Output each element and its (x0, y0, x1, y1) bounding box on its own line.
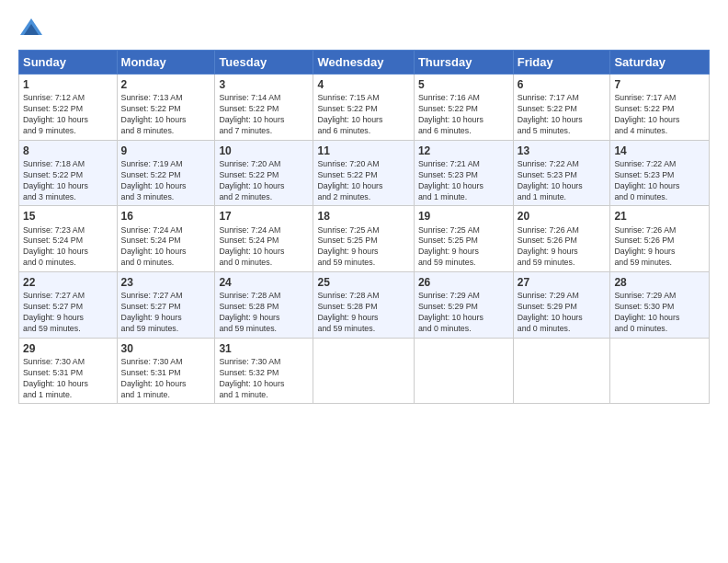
weekday-header-row: SundayMondayTuesdayWednesdayThursdayFrid… (19, 51, 710, 75)
week-row-4: 22Sunrise: 7:27 AM Sunset: 5:27 PM Dayli… (19, 272, 710, 339)
calendar-cell (313, 338, 414, 404)
week-row-2: 8Sunrise: 7:18 AM Sunset: 5:22 PM Daylig… (19, 140, 710, 206)
calendar-cell: 14Sunrise: 7:22 AM Sunset: 5:23 PM Dayli… (610, 140, 710, 206)
logo (18, 17, 48, 42)
calendar-cell: 20Sunrise: 7:26 AM Sunset: 5:26 PM Dayli… (513, 206, 610, 272)
day-number: 25 (317, 275, 409, 290)
calendar-cell: 31Sunrise: 7:30 AM Sunset: 5:32 PM Dayli… (215, 338, 313, 404)
day-number: 2 (121, 77, 211, 92)
calendar-cell: 30Sunrise: 7:30 AM Sunset: 5:31 PM Dayli… (117, 338, 215, 404)
day-number: 31 (219, 341, 309, 356)
day-info: Sunrise: 7:23 AM Sunset: 5:24 PM Dayligh… (23, 225, 113, 270)
header (18, 17, 710, 42)
day-number: 23 (121, 275, 211, 290)
day-info: Sunrise: 7:24 AM Sunset: 5:24 PM Dayligh… (219, 225, 309, 270)
calendar-cell: 13Sunrise: 7:22 AM Sunset: 5:23 PM Dayli… (513, 140, 610, 206)
day-info: Sunrise: 7:17 AM Sunset: 5:22 PM Dayligh… (518, 93, 607, 137)
day-number: 29 (23, 341, 113, 356)
day-info: Sunrise: 7:29 AM Sunset: 5:29 PM Dayligh… (518, 291, 607, 335)
calendar-cell: 8Sunrise: 7:18 AM Sunset: 5:22 PM Daylig… (19, 140, 118, 206)
day-info: Sunrise: 7:29 AM Sunset: 5:30 PM Dayligh… (614, 291, 705, 335)
day-number: 15 (23, 209, 113, 224)
day-number: 1 (23, 77, 113, 92)
day-number: 9 (121, 144, 211, 158)
calendar-cell (414, 338, 513, 404)
day-info: Sunrise: 7:29 AM Sunset: 5:29 PM Dayligh… (418, 291, 509, 335)
day-number: 27 (518, 275, 607, 290)
day-info: Sunrise: 7:28 AM Sunset: 5:28 PM Dayligh… (219, 291, 309, 335)
calendar-cell: 12Sunrise: 7:21 AM Sunset: 5:23 PM Dayli… (414, 140, 513, 206)
calendar-cell: 16Sunrise: 7:24 AM Sunset: 5:24 PM Dayli… (117, 206, 215, 272)
calendar-cell: 9Sunrise: 7:19 AM Sunset: 5:22 PM Daylig… (117, 140, 215, 206)
day-number: 14 (614, 144, 705, 158)
calendar-cell: 27Sunrise: 7:29 AM Sunset: 5:29 PM Dayli… (513, 272, 610, 339)
day-info: Sunrise: 7:17 AM Sunset: 5:22 PM Dayligh… (614, 93, 705, 137)
weekday-friday: Friday (513, 51, 610, 75)
calendar-cell: 6Sunrise: 7:17 AM Sunset: 5:22 PM Daylig… (513, 75, 610, 141)
week-row-1: 1Sunrise: 7:12 AM Sunset: 5:22 PM Daylig… (19, 75, 710, 141)
day-info: Sunrise: 7:18 AM Sunset: 5:22 PM Dayligh… (23, 159, 113, 203)
weekday-wednesday: Wednesday (313, 51, 414, 75)
day-number: 16 (121, 209, 211, 224)
calendar-cell: 5Sunrise: 7:16 AM Sunset: 5:22 PM Daylig… (414, 75, 513, 141)
day-info: Sunrise: 7:19 AM Sunset: 5:22 PM Dayligh… (121, 159, 211, 203)
day-info: Sunrise: 7:14 AM Sunset: 5:22 PM Dayligh… (219, 93, 309, 137)
logo-icon (18, 17, 44, 42)
day-info: Sunrise: 7:26 AM Sunset: 5:26 PM Dayligh… (614, 225, 705, 270)
day-number: 11 (317, 144, 409, 158)
calendar-cell: 25Sunrise: 7:28 AM Sunset: 5:28 PM Dayli… (313, 272, 414, 339)
day-number: 3 (219, 77, 309, 92)
calendar-cell: 29Sunrise: 7:30 AM Sunset: 5:31 PM Dayli… (19, 338, 118, 404)
calendar-cell (610, 338, 710, 404)
day-info: Sunrise: 7:24 AM Sunset: 5:24 PM Dayligh… (121, 225, 211, 270)
calendar-cell: 23Sunrise: 7:27 AM Sunset: 5:27 PM Dayli… (117, 272, 215, 339)
calendar-cell: 21Sunrise: 7:26 AM Sunset: 5:26 PM Dayli… (610, 206, 710, 272)
calendar-cell: 10Sunrise: 7:20 AM Sunset: 5:22 PM Dayli… (215, 140, 313, 206)
day-info: Sunrise: 7:26 AM Sunset: 5:26 PM Dayligh… (518, 225, 607, 270)
day-info: Sunrise: 7:22 AM Sunset: 5:23 PM Dayligh… (614, 159, 705, 203)
day-info: Sunrise: 7:22 AM Sunset: 5:23 PM Dayligh… (518, 159, 607, 203)
calendar-cell: 24Sunrise: 7:28 AM Sunset: 5:28 PM Dayli… (215, 272, 313, 339)
day-number: 12 (418, 144, 509, 158)
day-number: 21 (614, 209, 705, 224)
day-info: Sunrise: 7:30 AM Sunset: 5:31 PM Dayligh… (121, 357, 211, 401)
calendar-cell: 4Sunrise: 7:15 AM Sunset: 5:22 PM Daylig… (313, 75, 414, 141)
day-info: Sunrise: 7:30 AM Sunset: 5:31 PM Dayligh… (23, 357, 113, 401)
week-row-5: 29Sunrise: 7:30 AM Sunset: 5:31 PM Dayli… (19, 338, 710, 404)
day-info: Sunrise: 7:25 AM Sunset: 5:25 PM Dayligh… (418, 225, 509, 270)
day-info: Sunrise: 7:27 AM Sunset: 5:27 PM Dayligh… (121, 291, 211, 335)
day-info: Sunrise: 7:28 AM Sunset: 5:28 PM Dayligh… (317, 291, 409, 335)
day-number: 28 (614, 275, 705, 290)
day-number: 18 (317, 209, 409, 224)
day-info: Sunrise: 7:20 AM Sunset: 5:22 PM Dayligh… (219, 159, 309, 203)
day-info: Sunrise: 7:21 AM Sunset: 5:23 PM Dayligh… (418, 159, 509, 203)
day-info: Sunrise: 7:27 AM Sunset: 5:27 PM Dayligh… (23, 291, 113, 335)
day-info: Sunrise: 7:13 AM Sunset: 5:22 PM Dayligh… (121, 93, 211, 137)
calendar-cell: 7Sunrise: 7:17 AM Sunset: 5:22 PM Daylig… (610, 75, 710, 141)
day-number: 6 (518, 77, 607, 92)
calendar-cell: 19Sunrise: 7:25 AM Sunset: 5:25 PM Dayli… (414, 206, 513, 272)
calendar-cell: 15Sunrise: 7:23 AM Sunset: 5:24 PM Dayli… (19, 206, 118, 272)
day-number: 7 (614, 77, 705, 92)
day-info: Sunrise: 7:16 AM Sunset: 5:22 PM Dayligh… (418, 93, 509, 137)
weekday-monday: Monday (117, 51, 215, 75)
calendar-cell: 1Sunrise: 7:12 AM Sunset: 5:22 PM Daylig… (19, 75, 118, 141)
day-number: 22 (23, 275, 113, 290)
day-info: Sunrise: 7:30 AM Sunset: 5:32 PM Dayligh… (219, 357, 309, 401)
day-number: 13 (518, 144, 607, 158)
weekday-thursday: Thursday (414, 51, 513, 75)
weekday-saturday: Saturday (610, 51, 710, 75)
day-number: 20 (518, 209, 607, 224)
weekday-sunday: Sunday (19, 51, 118, 75)
calendar-cell: 2Sunrise: 7:13 AM Sunset: 5:22 PM Daylig… (117, 75, 215, 141)
day-info: Sunrise: 7:25 AM Sunset: 5:25 PM Dayligh… (317, 225, 409, 270)
week-row-3: 15Sunrise: 7:23 AM Sunset: 5:24 PM Dayli… (19, 206, 710, 272)
day-number: 17 (219, 209, 309, 224)
day-number: 5 (418, 77, 509, 92)
day-number: 30 (121, 341, 211, 356)
day-number: 19 (418, 209, 509, 224)
calendar-cell: 22Sunrise: 7:27 AM Sunset: 5:27 PM Dayli… (19, 272, 118, 339)
day-info: Sunrise: 7:20 AM Sunset: 5:22 PM Dayligh… (317, 159, 409, 203)
page: SundayMondayTuesdayWednesdayThursdayFrid… (0, 0, 728, 563)
day-info: Sunrise: 7:12 AM Sunset: 5:22 PM Dayligh… (23, 93, 113, 137)
